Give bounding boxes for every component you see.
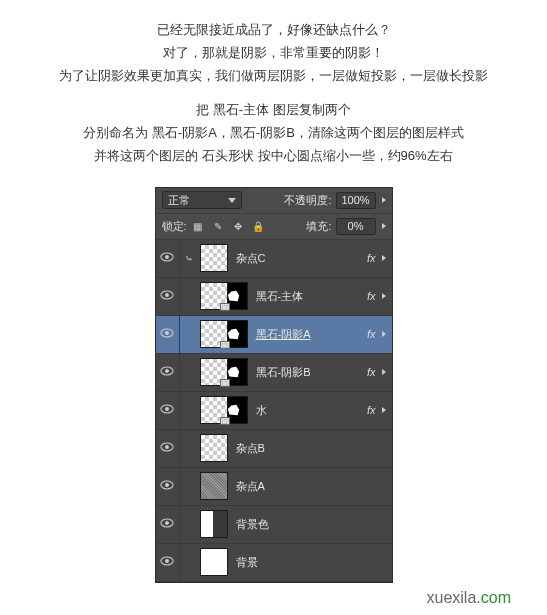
layer-item[interactable]: 杂点A [156, 468, 392, 506]
eye-icon [160, 252, 174, 264]
blend-mode-value: 正常 [168, 193, 190, 208]
lock-position-icon[interactable]: ✥ [231, 219, 245, 233]
visibility-toggle[interactable] [156, 544, 180, 581]
opacity-field[interactable]: 100% [336, 192, 376, 209]
eye-icon [160, 290, 174, 302]
lock-transparency-icon[interactable]: ▦ [191, 219, 205, 233]
layer-item[interactable]: ⬚黑石-阴影Bfx [156, 354, 392, 392]
svg-point-9 [165, 407, 169, 411]
fx-expand-icon[interactable] [382, 293, 386, 299]
fx-badge[interactable]: fx [367, 328, 376, 340]
layer-thumbnails[interactable]: ⬚ [200, 282, 248, 310]
layer-thumbnails[interactable]: ⬚ [200, 396, 248, 424]
opacity-label: 不透明度: [284, 193, 331, 208]
layer-thumbnails[interactable] [200, 548, 228, 576]
layer-thumbnails[interactable] [200, 472, 228, 500]
lock-fill-row: 锁定: ▦ ✎ ✥ 🔒 填充: 0% [156, 214, 392, 240]
fx-expand-icon[interactable] [382, 331, 386, 337]
blend-opacity-row: 正常 不透明度: 100% [156, 188, 392, 214]
svg-point-5 [165, 331, 169, 335]
layer-item[interactable]: 背景 [156, 544, 392, 582]
fx-expand-icon[interactable] [382, 369, 386, 375]
layer-item[interactable]: ⬚黑石-主体fx [156, 278, 392, 316]
visibility-toggle[interactable] [156, 354, 180, 391]
fx-badge[interactable]: fx [367, 290, 376, 302]
svg-point-11 [165, 445, 169, 449]
svg-point-15 [165, 521, 169, 525]
layer-name[interactable]: 杂点B [236, 441, 392, 456]
visibility-toggle[interactable] [156, 392, 180, 429]
visibility-toggle[interactable] [156, 316, 180, 353]
layer-thumbnails[interactable] [200, 510, 228, 538]
eye-icon [160, 366, 174, 378]
fx-expand-icon[interactable] [382, 255, 386, 261]
layer-name[interactable]: 背景色 [236, 517, 392, 532]
intro-line: 为了让阴影效果更加真实，我们做两层阴影，一层做短投影，一层做长投影 [20, 66, 527, 87]
fx-badge[interactable]: fx [367, 404, 376, 416]
clip-indicator [180, 354, 198, 391]
svg-point-7 [165, 369, 169, 373]
visibility-toggle[interactable] [156, 278, 180, 315]
layer-name[interactable]: 背景 [236, 555, 392, 570]
layer-thumbnail[interactable] [200, 244, 228, 272]
layer-thumbnail[interactable] [200, 434, 228, 462]
visibility-toggle[interactable] [156, 468, 180, 505]
eye-icon [160, 518, 174, 530]
layer-item[interactable]: 背景色 [156, 506, 392, 544]
layer-item[interactable]: ⬚水fx [156, 392, 392, 430]
layer-name[interactable]: 水 [256, 403, 367, 418]
intro-line: 分别命名为 黑石-阴影A，黑石-阴影B，清除这两个图层的图层样式 [20, 123, 527, 144]
clip-indicator [180, 392, 198, 429]
svg-point-17 [165, 559, 169, 563]
lock-all-icon[interactable]: 🔒 [251, 219, 265, 233]
svg-point-13 [165, 483, 169, 487]
svg-point-3 [165, 293, 169, 297]
svg-point-1 [165, 255, 169, 259]
layer-thumbnail[interactable] [200, 548, 228, 576]
layer-item[interactable]: 杂点B [156, 430, 392, 468]
intro-line: 把 黑石-主体 图层复制两个 [20, 100, 527, 121]
fill-label: 填充: [306, 219, 331, 234]
layer-name[interactable]: 黑石-阴影B [256, 365, 367, 380]
layer-name[interactable]: 杂点A [236, 479, 392, 494]
visibility-toggle[interactable] [156, 240, 180, 277]
clip-indicator: ⤷ [180, 240, 198, 277]
layer-thumbnails[interactable] [200, 244, 228, 272]
blend-mode-dropdown[interactable]: 正常 [162, 191, 242, 209]
layer-item[interactable]: ⤷杂点Cfx [156, 240, 392, 278]
lock-pixels-icon[interactable]: ✎ [211, 219, 225, 233]
fx-expand-icon[interactable] [382, 407, 386, 413]
mask-link-icon: ⬚ [220, 379, 230, 387]
layer-name[interactable]: 黑石-主体 [256, 289, 367, 304]
visibility-toggle[interactable] [156, 506, 180, 543]
visibility-toggle[interactable] [156, 430, 180, 467]
clip-indicator [180, 544, 198, 581]
layers-panel: 正常 不透明度: 100% 锁定: ▦ ✎ ✥ 🔒 填充: 0% [155, 187, 393, 583]
eye-icon [160, 404, 174, 416]
intro-line: 并将这两个图层的 石头形状 按中心圆点缩小一些，约96%左右 [20, 146, 527, 167]
layer-name[interactable]: 黑石-阴影A [256, 327, 367, 342]
mask-link-icon: ⬚ [220, 303, 230, 311]
watermark: xuexila.com [427, 589, 511, 607]
layer-thumbnail[interactable] [200, 472, 228, 500]
layers-list: ⤷杂点Cfx⬚黑石-主体fx⬚黑石-阴影Afx⬚黑石-阴影Bfx⬚水fx杂点B杂… [156, 240, 392, 582]
fill-field[interactable]: 0% [336, 218, 376, 235]
chevron-down-icon [228, 198, 236, 203]
opacity-slider-icon[interactable] [382, 197, 386, 203]
layer-thumbnails[interactable]: ⬚ [200, 358, 248, 386]
fill-slider-icon[interactable] [382, 223, 386, 229]
layer-name[interactable]: 杂点C [236, 251, 367, 266]
intro-line: 对了，那就是阴影，非常重要的阴影！ [20, 43, 527, 64]
fx-badge[interactable]: fx [367, 252, 376, 264]
fx-badge[interactable]: fx [367, 366, 376, 378]
tutorial-text: 已经无限接近成品了，好像还缺点什么？ 对了，那就是阴影，非常重要的阴影！ 为了让… [0, 0, 547, 179]
eye-icon [160, 556, 174, 568]
mask-link-icon: ⬚ [220, 417, 230, 425]
layer-thumbnails[interactable] [200, 434, 228, 462]
eye-icon [160, 480, 174, 492]
layer-item[interactable]: ⬚黑石-阴影Afx [156, 316, 392, 354]
layer-thumbnails[interactable]: ⬚ [200, 320, 248, 348]
eye-icon [160, 328, 174, 340]
layer-thumbnail[interactable] [200, 510, 228, 538]
clip-indicator [180, 430, 198, 467]
